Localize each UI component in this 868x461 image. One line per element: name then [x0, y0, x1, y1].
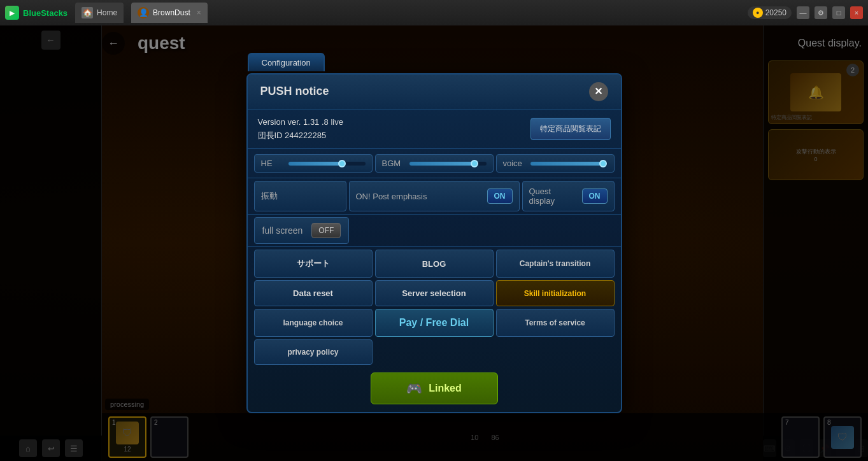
minimize-button[interactable]: — — [797, 6, 809, 19]
bgm-fill — [409, 162, 475, 166]
voice-slider[interactable] — [530, 162, 608, 166]
blog-button[interactable]: BLOG — [375, 250, 494, 278]
logo-icon: ▶ — [5, 6, 19, 20]
app-name: BlueStacks — [23, 8, 68, 18]
language-button[interactable]: language choice — [254, 309, 373, 337]
btn-row-1: サポート BLOG Captain's transition — [254, 250, 615, 278]
modal-overlay: Configuration PUSH notice ✕ Version ver.… — [0, 25, 868, 461]
bgm-slider-group: BGM — [375, 154, 494, 173]
modal-title: PUSH notice — [260, 85, 329, 98]
linked-row: 🎮 Linked — [248, 367, 621, 412]
version-bar: Version ver. 1.31 .8 live 団長ID 244222285… — [248, 110, 621, 150]
home-tab[interactable]: 🏠 Home — [75, 3, 124, 23]
voice-label: voice — [503, 159, 525, 168]
version-text: Version ver. 1.31 .8 live 団長ID 244222285 — [258, 116, 343, 143]
btn-row-4: privacy policy — [254, 339, 615, 365]
voice-fill — [530, 162, 604, 166]
skill-init-button[interactable]: Skill initialization — [496, 280, 615, 306]
coin-icon: ● — [753, 8, 763, 18]
linked-label: Linked — [429, 383, 462, 394]
voice-slider-group: voice — [496, 154, 615, 173]
fullscreen-cell: full screen OFF — [254, 217, 350, 244]
data-reset-button[interactable]: Data reset — [254, 280, 373, 306]
fullscreen-label: full screen — [262, 225, 303, 236]
linked-button[interactable]: 🎮 Linked — [371, 372, 498, 404]
gamepad-icon: 🎮 — [406, 381, 422, 396]
captains-button[interactable]: Captain's transition — [496, 250, 615, 278]
vibration-cell: 振動 — [254, 181, 346, 211]
sliders-row: HE BGM voice — [248, 149, 621, 178]
bgm-thumb — [471, 160, 478, 167]
fullscreen-row: full screen OFF — [248, 215, 621, 247]
quest-display-cell: Quest display ON — [522, 181, 615, 211]
pay-free-dial-button[interactable]: Pay / Free Dial — [375, 309, 494, 337]
he-label: HE — [261, 159, 283, 168]
bluestacks-logo: ▶ BlueStacks — [5, 6, 68, 20]
terms-button[interactable]: Terms of service — [496, 309, 615, 337]
server-selection-button[interactable]: Server selection — [375, 280, 494, 306]
config-tab[interactable]: Configuration — [248, 53, 325, 71]
game-area: ← ⌂ ↩ ☰ 2 🔔 特定商品閲覧表記 攻撃行動的表示0 ⌨ ⚙ ⛶ 📌 ✂ … — [0, 25, 868, 461]
he-fill — [288, 162, 343, 166]
modal-header: PUSH notice ✕ — [248, 74, 621, 110]
tab-close[interactable]: × — [197, 8, 201, 17]
post-emphasis-cell: ON! Post emphasis ON — [349, 181, 520, 211]
game-tab-icon: 👤 — [138, 7, 149, 18]
post-emphasis-on-button[interactable]: ON — [487, 188, 513, 204]
special-items-button[interactable]: 特定商品閲覧表記 — [530, 118, 611, 140]
maximize-button[interactable]: □ — [832, 6, 845, 19]
coin-amount: 20250 — [765, 8, 786, 17]
config-modal: Configuration PUSH notice ✕ Version ver.… — [246, 73, 622, 414]
bgm-slider[interactable] — [409, 162, 487, 166]
quest-display-toggle-label: Quest display — [529, 187, 578, 206]
btn-row-3: language choice Pay / Free Dial Terms of… — [254, 309, 615, 337]
game-tab[interactable]: 👤 BrownDust × — [131, 3, 208, 23]
he-thumb — [338, 160, 346, 167]
home-tab-icon: 🏠 — [82, 7, 93, 18]
toggle-row-1: 振動 ON! Post emphasis ON Quest display ON — [248, 178, 621, 215]
btn-row-2: Data reset Server selection Skill initia… — [254, 280, 615, 306]
privacy-button[interactable]: privacy policy — [254, 339, 373, 365]
he-slider-group: HE — [254, 154, 373, 173]
titlebar: ▶ BlueStacks 🏠 Home 👤 BrownDust × ● 2025… — [0, 0, 868, 25]
settings-icon[interactable]: ⚙ — [815, 6, 827, 19]
post-emphasis-label: ON! Post emphasis — [356, 192, 427, 201]
he-slider[interactable] — [288, 162, 366, 166]
voice-thumb — [599, 160, 607, 167]
modal-close-button[interactable]: ✕ — [589, 82, 608, 101]
bgm-label: BGM — [382, 159, 404, 168]
support-button[interactable]: サポート — [254, 250, 373, 278]
fullscreen-off-button[interactable]: OFF — [311, 223, 341, 238]
titlebar-right: ● 20250 — ⚙ □ × — [748, 6, 863, 19]
vibration-label: 振動 — [261, 190, 278, 202]
coin-badge: ● 20250 — [748, 6, 792, 19]
quest-display-on-button[interactable]: ON — [582, 188, 608, 204]
buttons-grid: サポート BLOG Captain's transition Data rese… — [248, 247, 621, 367]
close-button[interactable]: × — [850, 6, 863, 19]
